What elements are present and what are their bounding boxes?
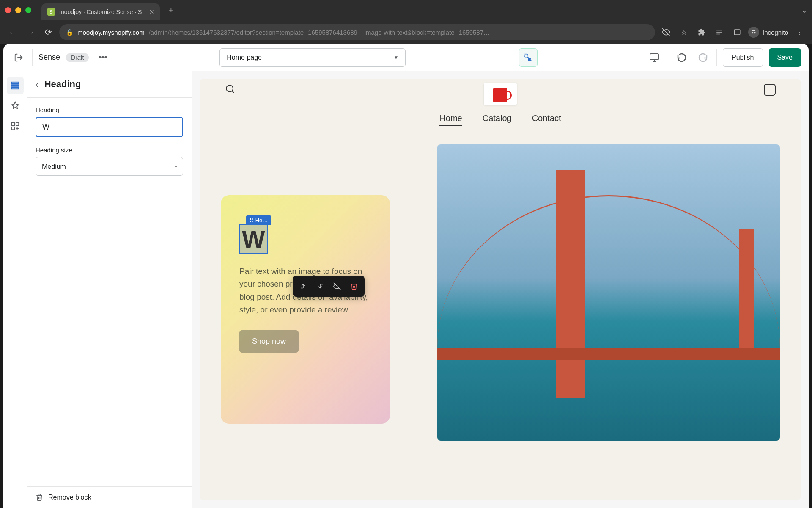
- svg-point-20: [226, 85, 233, 92]
- redo-button[interactable]: [695, 50, 710, 65]
- left-rail: [3, 71, 27, 508]
- sections-tab[interactable]: [7, 77, 24, 94]
- incognito-badge[interactable]: Incognito: [748, 27, 788, 38]
- panel-icon[interactable]: [730, 25, 744, 39]
- nav-contact[interactable]: Contact: [532, 113, 561, 126]
- desktop-view-button[interactable]: [647, 50, 662, 65]
- more-actions-button[interactable]: •••: [95, 52, 110, 62]
- svg-rect-15: [11, 123, 14, 125]
- block-label-text: He…: [255, 217, 268, 224]
- svg-rect-14: [11, 88, 19, 89]
- svg-rect-13: [11, 85, 19, 86]
- block-toolbar: [293, 276, 365, 297]
- url-input[interactable]: 🔒 moodjoy.myshopify.com /admin/themes/13…: [59, 24, 655, 40]
- svg-rect-16: [16, 123, 18, 125]
- shop-now-button[interactable]: Shop now: [239, 330, 299, 353]
- divider: [668, 49, 668, 66]
- svg-rect-3: [734, 30, 740, 35]
- store-header: [200, 79, 801, 105]
- back-button[interactable]: ‹: [36, 80, 38, 89]
- exit-editor-button[interactable]: [11, 50, 26, 65]
- sidebar-body: Heading Heading size Medium ▾: [27, 98, 192, 486]
- heading-label: Heading: [36, 106, 183, 113]
- inspector-toggle-button[interactable]: [519, 48, 538, 67]
- apps-tab[interactable]: [7, 118, 24, 135]
- svg-rect-12: [11, 82, 19, 84]
- sidebar-header: ‹ Heading: [27, 71, 192, 98]
- eye-off-icon[interactable]: [659, 25, 673, 39]
- mug-icon: [493, 88, 508, 102]
- tab-title: moodjoy · Customize Sense · S: [59, 8, 142, 15]
- page-selector-value: Home page: [227, 54, 262, 61]
- reload-button[interactable]: ⟳: [41, 25, 55, 39]
- image-with-text-section: He… W Pair text with an image to focus o…: [221, 144, 780, 441]
- svg-line-21: [232, 91, 234, 93]
- theme-settings-tab[interactable]: [7, 97, 24, 114]
- draft-badge: Draft: [66, 53, 89, 62]
- incognito-icon: [748, 27, 759, 38]
- publish-button[interactable]: Publish: [723, 48, 763, 67]
- browser-tab[interactable]: S moodjoy · Customize Sense · S ×: [41, 3, 160, 20]
- settings-sidebar: ‹ Heading Heading Heading size Medium ▾: [27, 71, 192, 508]
- remove-block-button[interactable]: Remove block: [27, 486, 192, 508]
- lock-icon: 🔒: [66, 29, 73, 36]
- tab-bar: S moodjoy · Customize Sense · S × + ⌄: [0, 0, 812, 20]
- store-logo[interactable]: [484, 83, 517, 105]
- browser-menu-icon[interactable]: ⋮: [793, 25, 806, 39]
- move-up-button[interactable]: [295, 278, 311, 294]
- heading-field: Heading: [36, 106, 183, 137]
- heading-input[interactable]: [36, 117, 183, 137]
- minimize-window-icon[interactable]: [15, 7, 21, 13]
- delete-block-button[interactable]: [346, 278, 362, 294]
- window-controls: [5, 7, 31, 13]
- topbar-right: Publish Save: [647, 48, 801, 67]
- url-path: /admin/themes/136147632377/editor?sectio…: [149, 29, 490, 36]
- extensions-icon[interactable]: [695, 25, 708, 39]
- svg-rect-9: [650, 54, 658, 60]
- sidebar-title: Heading: [44, 79, 81, 90]
- heading-block[interactable]: W: [239, 224, 268, 254]
- close-window-icon[interactable]: [5, 7, 11, 13]
- svg-point-5: [752, 32, 753, 33]
- editor-topbar: Sense Draft ••• Home page ▼ Publish Save: [3, 44, 809, 71]
- divider: [32, 49, 33, 66]
- trash-icon: [36, 494, 43, 501]
- search-icon[interactable]: [225, 84, 235, 94]
- theme-name: Sense: [38, 53, 60, 62]
- page-selector[interactable]: Home page ▼: [219, 48, 406, 67]
- app: Sense Draft ••• Home page ▼ Publish Save: [3, 44, 809, 508]
- reading-list-icon[interactable]: [713, 25, 726, 39]
- address-bar: ← → ⟳ 🔒 moodjoy.myshopify.com /admin/the…: [0, 20, 812, 44]
- tabs-overflow-icon[interactable]: ⌄: [801, 6, 807, 14]
- bridge-illustration: [437, 144, 780, 441]
- block-label-badge[interactable]: He…: [246, 215, 271, 225]
- svg-point-6: [754, 32, 756, 33]
- forward-button[interactable]: →: [24, 25, 37, 39]
- move-down-button[interactable]: [312, 278, 328, 294]
- browser-chrome: S moodjoy · Customize Sense · S × + ⌄ ← …: [0, 0, 812, 44]
- nav-home[interactable]: Home: [439, 113, 462, 126]
- divider: [716, 49, 717, 66]
- undo-button[interactable]: [674, 50, 689, 65]
- heading-size-select[interactable]: Medium: [36, 157, 183, 176]
- back-button[interactable]: ←: [6, 25, 19, 39]
- nav-catalog[interactable]: Catalog: [483, 113, 512, 126]
- svg-rect-17: [11, 127, 14, 130]
- new-tab-button[interactable]: +: [168, 5, 174, 16]
- close-tab-icon[interactable]: ×: [149, 8, 154, 17]
- hero-image[interactable]: [437, 144, 780, 441]
- preview-frame: Home Catalog Contact: [200, 79, 801, 500]
- store-nav: Home Catalog Contact: [200, 113, 801, 126]
- cart-icon[interactable]: [764, 84, 776, 96]
- hero-text-card: He… W Pair text with an image to focus o…: [221, 195, 390, 424]
- svg-rect-8: [525, 54, 528, 57]
- main-row: ‹ Heading Heading Heading size Medium ▾: [3, 71, 809, 508]
- hide-block-button[interactable]: [329, 278, 345, 294]
- caret-down-icon: ▼: [393, 55, 398, 61]
- maximize-window-icon[interactable]: [25, 7, 31, 13]
- heading-size-label: Heading size: [36, 146, 183, 154]
- preview-pane: Home Catalog Contact: [192, 71, 809, 508]
- save-button[interactable]: Save: [769, 48, 801, 67]
- heading-size-field: Heading size Medium ▾: [36, 146, 183, 176]
- star-icon[interactable]: ☆: [677, 25, 691, 39]
